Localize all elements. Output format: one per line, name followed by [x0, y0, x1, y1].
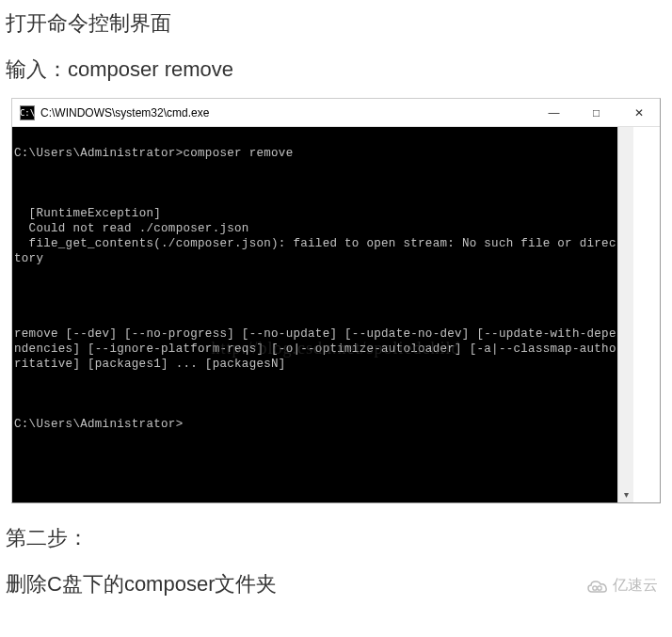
minimize-button[interactable]: — — [533, 99, 575, 126]
scrollbar[interactable]: ▾ — [617, 127, 633, 502]
heading-input-command: 输入：composer remove — [0, 46, 672, 92]
window-title-text: C:\WINDOWS\system32\cmd.exe — [40, 106, 533, 119]
heading-open-cmd: 打开命令控制界面 — [0, 0, 672, 46]
partial-background-text — [0, 503, 672, 515]
close-button[interactable]: ✕ — [617, 99, 660, 126]
maximize-button[interactable]: □ — [575, 99, 617, 126]
svg-point-1 — [598, 585, 601, 589]
heading-delete-folder: 删除C盘下的composer文件夹 — [0, 561, 672, 607]
cmd-window: C:\ C:\WINDOWS\system32\cmd.exe — □ ✕ C:… — [11, 98, 661, 503]
cloud-icon — [586, 579, 609, 594]
window-title-bar: C:\ C:\WINDOWS\system32\cmd.exe — □ ✕ — [12, 99, 660, 127]
window-controls: — □ ✕ — [533, 99, 660, 126]
scroll-down-icon[interactable]: ▾ — [618, 486, 633, 502]
cmd-icon: C:\ — [20, 105, 35, 120]
watermark-site-text: 亿速云 — [613, 576, 658, 596]
watermark-site: 亿速云 — [586, 576, 658, 596]
svg-point-0 — [593, 585, 597, 589]
heading-step-two: 第二步： — [0, 515, 672, 561]
terminal-output[interactable]: C:\Users\Administrator>composer remove [… — [12, 127, 617, 502]
terminal-area: C:\Users\Administrator>composer remove [… — [12, 127, 660, 502]
